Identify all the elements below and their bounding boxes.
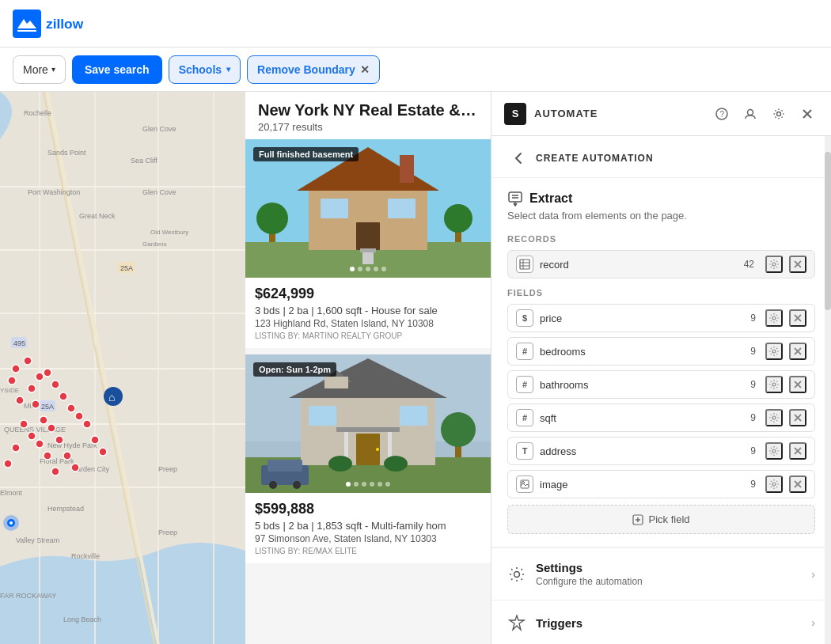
field-gear-icon [768, 379, 780, 390]
svg-point-63 [28, 432, 36, 440]
svg-text:Glen Cove: Glen Cove [142, 125, 176, 133]
field-type-icon-sqft: # [516, 409, 533, 426]
field-count-image: 9 [750, 479, 756, 490]
svg-point-147 [772, 483, 776, 486]
svg-rect-100 [309, 406, 336, 426]
svg-text:Rochelle: Rochelle [24, 109, 51, 117]
gear-icon [772, 108, 785, 120]
field-name-sqft[interactable] [540, 412, 744, 424]
field-name-bedrooms[interactable] [540, 346, 744, 358]
schools-label: Schools [179, 63, 222, 76]
field-name-image[interactable] [540, 479, 744, 491]
field-name-bathrooms[interactable] [540, 379, 744, 391]
field-gear-address[interactable] [765, 442, 783, 460]
field-remove-icon [792, 479, 803, 490]
field-remove-address[interactable] [789, 442, 806, 460]
listing-card[interactable]: Full finished basement $624,999 3 bds | … [245, 139, 491, 348]
svg-text:⌂: ⌂ [108, 391, 115, 403]
svg-text:25A: 25A [41, 403, 54, 411]
svg-rect-90 [362, 252, 374, 264]
field-row-bedrooms: # 9 [507, 337, 815, 366]
triggers-row[interactable]: Triggers › [491, 600, 831, 644]
svg-text:25A: 25A [120, 264, 133, 272]
listing-dots-2 [346, 482, 390, 487]
remove-boundary-tag[interactable]: Remove Boundary ✕ [247, 55, 380, 84]
svg-point-110 [384, 456, 408, 472]
field-type-icon-bedrooms: # [516, 343, 533, 360]
settings-row[interactable]: Settings Configure the automation › [491, 547, 831, 600]
field-gear-icon [768, 313, 780, 324]
scrollbar-track[interactable] [825, 136, 831, 644]
svg-text:Rockville: Rockville [71, 552, 100, 560]
triggers-text: Triggers [536, 616, 802, 630]
field-count-bedrooms: 9 [750, 346, 756, 357]
svg-text:Elmont: Elmont [0, 489, 23, 497]
field-gear-sqft[interactable] [765, 409, 783, 426]
svg-point-112 [441, 412, 476, 447]
svg-point-130 [772, 316, 776, 320]
listing-agency-1: LISTING BY: MARTINO REALTY GROUP [255, 331, 481, 340]
field-gear-price[interactable] [765, 309, 783, 327]
close-panel-button[interactable] [796, 103, 818, 125]
field-gear-bedrooms[interactable] [765, 343, 783, 360]
save-search-button[interactable]: Save search [72, 55, 162, 84]
listing-address-1: 123 Highland Rd, Staten Island, NY 10308 [255, 318, 481, 329]
remove-boundary-x-icon[interactable]: ✕ [360, 63, 370, 76]
field-row-sqft: # 9 [507, 403, 815, 432]
main-content: Rochelle Glen Cove Sands Point Sea Cliff… [0, 92, 831, 644]
pick-field-button[interactable]: Pick field [507, 505, 815, 534]
svg-point-153 [514, 571, 520, 577]
field-gear-icon [768, 346, 780, 357]
svg-rect-119 [509, 192, 522, 202]
svg-rect-82 [321, 199, 348, 218]
field-gear-bathrooms[interactable] [765, 376, 783, 393]
field-remove-image[interactable] [789, 475, 806, 493]
field-remove-bathrooms[interactable] [789, 376, 806, 393]
field-name-price[interactable] [540, 313, 744, 324]
field-gear-image[interactable] [765, 475, 783, 493]
automate-panel-header: S AUTOMATE ? [491, 92, 831, 136]
map-area[interactable]: Rochelle Glen Cove Sands Point Sea Cliff… [0, 92, 245, 644]
svg-text:Port Washington: Port Washington [28, 188, 80, 196]
record-remove-button[interactable] [789, 256, 806, 273]
map-svg: Rochelle Glen Cove Sands Point Sea Cliff… [0, 92, 245, 644]
extract-title: Extract [529, 191, 572, 206]
field-row-bathrooms: # 9 [507, 370, 815, 399]
listing-card[interactable]: Open: Sun 1-2pm $599,888 5 bds | 2 ba | … [245, 354, 491, 563]
svg-point-136 [772, 383, 776, 386]
extract-icon [507, 191, 523, 206]
user-button[interactable] [739, 103, 761, 125]
field-remove-sqft[interactable] [789, 409, 806, 426]
listing-image-wrap: Full finished basement [245, 139, 491, 278]
listings-count: 20,177 results [258, 121, 478, 133]
field-remove-price[interactable] [789, 309, 806, 327]
svg-point-56 [67, 404, 75, 412]
svg-text:Valley Stream: Valley Stream [16, 536, 59, 544]
record-gear-button[interactable] [765, 256, 783, 273]
svg-point-127 [772, 263, 776, 266]
field-name-address[interactable] [540, 445, 744, 457]
schools-filter-tag[interactable]: Schools ▾ [169, 55, 241, 84]
listings-title: New York NY Real Estate & Ho [258, 101, 478, 119]
svg-point-67 [63, 452, 71, 460]
scrollbar-thumb[interactable] [825, 152, 831, 310]
settings-button[interactable] [768, 103, 790, 125]
field-remove-icon [792, 379, 803, 390]
automate-s-icon: S [504, 103, 526, 125]
help-button[interactable]: ? [711, 103, 733, 125]
svg-rect-83 [388, 199, 416, 218]
back-button[interactable] [507, 147, 529, 169]
svg-point-55 [59, 392, 67, 400]
field-count-bathrooms: 9 [750, 379, 756, 390]
extract-description: Select data from elements on the page. [507, 210, 815, 222]
svg-point-108 [293, 481, 301, 489]
svg-text:Glen Cove: Glen Cove [142, 188, 176, 196]
svg-point-62 [20, 420, 28, 428]
field-remove-bedrooms[interactable] [789, 343, 806, 360]
zillow-logo[interactable]: zillow [13, 9, 109, 38]
more-label: More [23, 63, 48, 76]
settings-gear-icon [507, 565, 526, 584]
svg-point-61 [83, 420, 91, 428]
field-row-address: T 9 [507, 437, 815, 465]
more-filter-button[interactable]: More ▾ [13, 55, 66, 84]
